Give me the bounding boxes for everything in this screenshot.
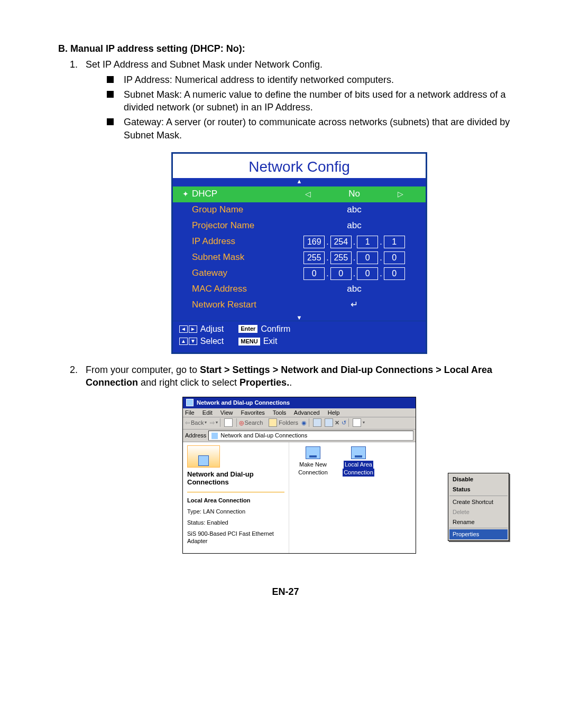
info-panel: Network and Dial-up Connections Local Ar… [183, 442, 289, 553]
ctx-status[interactable]: Status [449, 484, 508, 494]
osd-title: Network Config [173, 157, 426, 177]
folders-icon[interactable] [269, 418, 277, 427]
toolbar-folders[interactable]: Folders [279, 419, 298, 427]
local-area-connection-icon [351, 446, 366, 459]
ctx-properties[interactable]: Properties [449, 529, 508, 539]
menubar[interactable]: File Edit View Favorites Tools Advanced … [183, 408, 416, 418]
osd-value-gateway: 0. 0. 0. 0 [292, 267, 416, 280]
item-local-area-connection[interactable]: Local Area Connection [338, 446, 379, 549]
gateway-octet-1[interactable]: 0 [303, 267, 325, 280]
menu-advanced[interactable]: Advanced [294, 409, 320, 416]
page-number: EN-27 [58, 585, 513, 598]
undo-icon[interactable]: ↺ [342, 419, 346, 427]
history-icon[interactable]: ◉ [301, 419, 307, 427]
osd-label-subnet-mask: Subnet Mask [192, 251, 292, 264]
item-lac-label-top: Local Area [344, 461, 373, 469]
info-connection-name: Local Area Connection [187, 497, 250, 503]
subnet-octet-1[interactable]: 255 [303, 251, 325, 264]
ip-octet-2[interactable]: 254 [330, 236, 352, 248]
right-arrow-icon[interactable]: ▷ [398, 189, 403, 199]
osd-row-subnet-mask[interactable]: Subnet Mask 255. 255. 0. 0 [179, 250, 416, 266]
info-adapter: SiS 900-Based PCI Fast Ethernet Adapter [187, 530, 284, 546]
menu-edit[interactable]: Edit [202, 409, 213, 416]
step-2-properties-bold: Properties. [240, 377, 289, 388]
osd-value-ip-address: 169. 254. 1. 1 [292, 236, 416, 248]
osd-value-projector-name: abc [292, 220, 416, 232]
menu-file[interactable]: File [185, 409, 195, 416]
item-make-new-connection[interactable]: Make New Connection [292, 446, 334, 549]
footer-adjust-label: Adjust [200, 323, 224, 335]
bullet-ip-address: IP Address: Numerical address to identif… [107, 73, 513, 86]
osd-row-gateway[interactable]: Gateway 0. 0. 0. 0 [179, 266, 416, 282]
toolbar-back[interactable]: Back [191, 419, 204, 427]
search-icon[interactable]: ◎ [239, 419, 244, 427]
down-arrow-icon: ▼ [173, 314, 426, 321]
osd-row-group-name[interactable]: Group Name abc [179, 202, 416, 218]
nav-up-icon: ▲ [179, 338, 188, 345]
osd-label-group-name: Group Name [192, 204, 292, 216]
osd-value-mac-address: abc [292, 283, 416, 295]
nav-right-icon: ► [189, 325, 197, 333]
menu-button-hint: MENU [238, 338, 260, 346]
ctx-create-shortcut[interactable]: Create Shortcut [449, 497, 508, 507]
item-make-new-label: Make New Connection [292, 461, 334, 477]
osd-label-dhcp: DHCP [192, 188, 292, 200]
delete-icon[interactable]: ✕ [335, 419, 339, 427]
nav-down-icon: ▼ [189, 338, 197, 345]
move-to-icon[interactable] [313, 418, 321, 427]
up-arrow-icon: ▲ [173, 178, 426, 184]
address-bar[interactable]: Address Network and Dial-up Connections [183, 430, 416, 442]
osd-row-ip-address[interactable]: IP Address 169. 254. 1. 1 [179, 234, 416, 250]
left-arrow-icon[interactable]: ◁ [305, 189, 311, 199]
copy-to-icon[interactable] [325, 418, 333, 427]
enter-icon: ↵ [292, 299, 416, 311]
step-2-pre: From your computer, go to [86, 365, 200, 375]
step-2: From your computer, go to Start > Settin… [80, 363, 513, 554]
menu-tools[interactable]: Tools [273, 409, 287, 416]
osd-label-ip-address: IP Address [192, 236, 292, 248]
osd-row-network-restart[interactable]: Network Restart ↵ [179, 297, 416, 313]
footer-exit-label: Exit [263, 335, 278, 347]
subnet-octet-2[interactable]: 255 [330, 251, 352, 264]
items-panel[interactable]: Make New Connection Local Area Connectio… [289, 442, 416, 553]
osd-value-group-name: abc [292, 204, 416, 216]
info-connection-status: Status: Enabled [187, 519, 284, 527]
ip-octet-1[interactable]: 169 [303, 236, 325, 248]
menu-view[interactable]: View [220, 409, 233, 416]
osd-value-dhcp: No [348, 188, 360, 200]
address-value: Network and Dial-up Connections [220, 432, 307, 440]
ip-octet-3[interactable]: 1 [357, 236, 378, 248]
ctx-rename[interactable]: Rename [449, 517, 508, 527]
osd-row-projector-name[interactable]: Projector Name abc [179, 218, 416, 234]
step-2-tail: . [289, 377, 292, 388]
gateway-octet-3[interactable]: 0 [357, 267, 378, 280]
info-panel-title: Network and Dial-up Connections [187, 471, 284, 487]
ctx-disable[interactable]: Disable [449, 474, 508, 484]
ip-octet-4[interactable]: 1 [384, 236, 405, 248]
context-menu[interactable]: Disable Status Create Shortcut Delete Re… [448, 473, 509, 541]
ctx-delete: Delete [449, 507, 508, 517]
toolbar[interactable]: ⇦ Back ▾ ⇨ ▾ ◎ Search Folders ◉ ✕ ↺ [183, 417, 416, 430]
gateway-octet-2[interactable]: 0 [330, 267, 352, 280]
subnet-octet-4[interactable]: 0 [384, 251, 405, 264]
menu-help[interactable]: Help [328, 409, 340, 416]
subnet-octet-3[interactable]: 0 [357, 251, 378, 264]
osd-row-mac-address[interactable]: MAC Address abc [179, 282, 416, 297]
network-config-osd: Network Config ▲ ✦ DHCP ◁ No ▷ [171, 152, 427, 354]
footer-confirm-label: Confirm [261, 323, 290, 335]
address-icon [211, 432, 218, 440]
bullet-subnet-mask: Subnet Mask: A numeric value to define t… [107, 88, 513, 114]
views-icon[interactable] [353, 418, 361, 427]
toolbar-search[interactable]: Search [244, 419, 263, 427]
osd-label-network-restart: Network Restart [192, 299, 292, 311]
osd-label-projector-name: Projector Name [192, 220, 292, 232]
step-2-mid: and right click to select [138, 377, 240, 388]
gateway-octet-4[interactable]: 0 [384, 267, 405, 280]
window-icon [186, 399, 194, 406]
up-folder-icon[interactable] [224, 418, 233, 427]
osd-label-gateway: Gateway [192, 267, 292, 279]
menu-favorites[interactable]: Favorites [241, 409, 265, 416]
osd-row-dhcp[interactable]: ✦ DHCP ◁ No ▷ [173, 186, 426, 202]
footer-select-label: Select [200, 335, 224, 347]
wrench-icon: ✦ [179, 189, 192, 199]
